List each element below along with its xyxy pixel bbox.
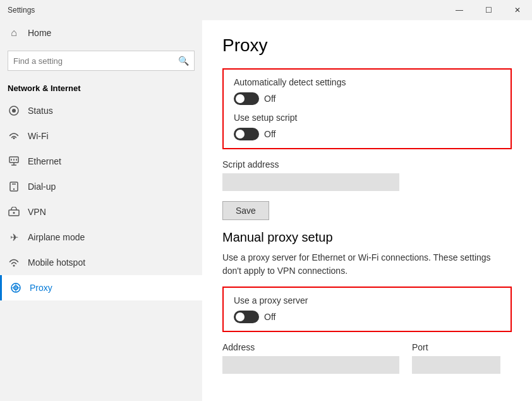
svg-point-9 (13, 188, 15, 190)
save-button[interactable]: Save (222, 201, 269, 220)
hotspot-icon (8, 256, 20, 269)
sidebar-item-ethernet[interactable]: Ethernet (0, 149, 202, 174)
svg-point-12 (13, 212, 15, 214)
sidebar-wifi-label: Wi-Fi (28, 131, 49, 141)
sidebar-item-dialup[interactable]: Dial-up (0, 174, 202, 199)
content-area: ⌂ Home 🔍 Network & Internet Status (0, 20, 532, 401)
sidebar-item-hotspot[interactable]: Mobile hotspot (0, 250, 202, 275)
app-title: Settings (8, 6, 35, 15)
setup-script-toggle[interactable] (234, 128, 259, 140)
auto-detect-state: Off (264, 94, 275, 104)
manual-section-title: Manual proxy setup (222, 230, 512, 245)
sidebar-item-wifi[interactable]: Wi-Fi (0, 123, 202, 149)
address-port-row: Address Port (222, 342, 512, 374)
proxy-server-toggle-wrapper: Off (234, 311, 500, 323)
sidebar-item-vpn[interactable]: VPN (0, 199, 202, 225)
maximize-button[interactable]: ☐ (474, 0, 503, 20)
sidebar-category: Network & Internet (0, 78, 202, 98)
close-button[interactable]: ✕ (503, 0, 532, 20)
sidebar-hotspot-label: Mobile hotspot (28, 257, 85, 268)
wifi-icon (8, 130, 20, 142)
search-box[interactable]: 🔍 (8, 51, 195, 71)
proxy-server-state: Off (264, 312, 275, 322)
script-address-group: Script address (222, 159, 512, 191)
home-icon: ⌂ (8, 27, 20, 39)
setup-script-toggle-wrapper: Off (234, 128, 500, 140)
titlebar: Settings — ☐ ✕ (0, 0, 532, 20)
window-controls: — ☐ ✕ (445, 0, 532, 20)
automatic-proxy-section: Automatically detect settings Off Use se… (222, 68, 512, 149)
script-address-input (222, 173, 399, 191)
minimize-button[interactable]: — (445, 0, 474, 20)
port-input (412, 356, 500, 374)
setup-script-label: Use setup script (234, 113, 500, 123)
sidebar-vpn-label: VPN (28, 207, 46, 217)
address-input (222, 356, 399, 374)
sidebar-airplane-label: Airplane mode (28, 232, 85, 242)
sidebar-ethernet-label: Ethernet (28, 156, 61, 166)
port-label: Port (412, 342, 500, 352)
search-input[interactable] (13, 56, 178, 66)
sidebar-item-status[interactable]: Status (0, 98, 202, 123)
setup-script-state: Off (264, 129, 275, 139)
sidebar-item-home[interactable]: ⌂ Home (0, 20, 202, 46)
proxy-server-label: Use a proxy server (234, 295, 500, 305)
auto-detect-toggle-wrapper: Off (234, 92, 500, 105)
auto-detect-label: Automatically detect settings (234, 77, 500, 87)
sidebar-dialup-label: Dial-up (28, 182, 56, 192)
vpn-icon (8, 206, 20, 218)
svg-point-13 (13, 265, 15, 267)
proxy-icon (9, 281, 22, 294)
sidebar-home-label: Home (28, 28, 51, 38)
auto-detect-row: Automatically detect settings Off (234, 77, 500, 105)
main-content: Proxy Automatically detect settings Off … (202, 20, 532, 401)
dialup-icon (8, 180, 20, 193)
address-label: Address (222, 342, 399, 352)
setup-script-row: Use setup script Off (234, 113, 500, 140)
manual-description: Use a proxy server for Ethernet or Wi-Fi… (222, 251, 512, 278)
settings-window: Settings — ☐ ✕ ⌂ Home 🔍 Network & Intern… (0, 0, 532, 401)
sidebar-proxy-label: Proxy (30, 283, 52, 293)
port-group: Port (412, 342, 500, 374)
svg-point-1 (12, 109, 16, 113)
airplane-icon: ✈ (8, 231, 20, 244)
auto-detect-toggle[interactable] (234, 92, 259, 105)
address-group: Address (222, 342, 399, 374)
search-icon: 🔍 (178, 56, 189, 66)
script-address-label: Script address (222, 159, 512, 170)
sidebar-item-airplane[interactable]: ✈ Airplane mode (0, 225, 202, 250)
status-icon (8, 104, 20, 117)
sidebar: ⌂ Home 🔍 Network & Internet Status (0, 20, 202, 401)
sidebar-item-proxy[interactable]: Proxy (0, 275, 202, 300)
proxy-server-section: Use a proxy server Off (222, 287, 512, 332)
sidebar-status-label: Status (28, 106, 53, 116)
ethernet-icon (8, 155, 20, 168)
page-title: Proxy (222, 35, 512, 56)
proxy-server-toggle[interactable] (234, 311, 259, 323)
